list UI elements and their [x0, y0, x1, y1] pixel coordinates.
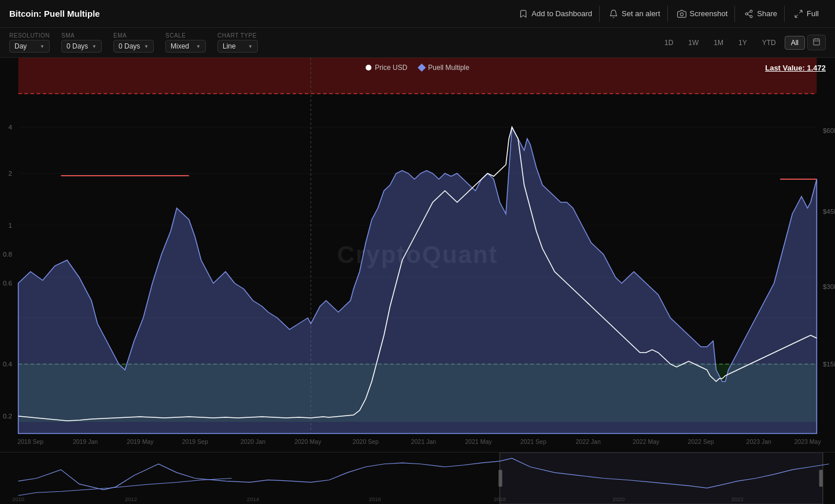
calendar-icon: [812, 38, 821, 46]
toolbar-right: 1D 1W 1M 1Y YTD All: [658, 35, 826, 50]
svg-text:2020 Jan: 2020 Jan: [241, 439, 266, 445]
screenshot-label: Screenshot: [690, 9, 728, 18]
svg-text:0.8: 0.8: [3, 251, 12, 258]
svg-text:2022 May: 2022 May: [633, 439, 660, 445]
ema-select[interactable]: 0 Days ▼: [113, 40, 154, 53]
share-button[interactable]: Share: [737, 6, 785, 22]
period-all[interactable]: All: [785, 36, 805, 50]
sma-label: SMA: [61, 32, 102, 39]
svg-text:2019 May: 2019 May: [127, 439, 154, 445]
chart-legend: Price USD Puell Multiple: [365, 64, 469, 72]
chart-container: Price USD Puell Multiple Last Value: 1.4…: [0, 58, 835, 452]
add-dashboard-label: Add to Dashboard: [531, 9, 592, 18]
mini-chart: 2010 2012 2014 2016 2018 2020 2022: [0, 452, 835, 504]
calendar-button[interactable]: [807, 35, 826, 50]
svg-text:2021 Sep: 2021 Sep: [520, 439, 546, 445]
period-1m[interactable]: 1M: [707, 36, 730, 50]
resolution-group: Resolution Day ▼: [9, 32, 50, 53]
period-ytd[interactable]: YTD: [756, 36, 782, 50]
svg-text:2010: 2010: [12, 496, 24, 502]
svg-text:2: 2: [9, 170, 12, 177]
period-1y[interactable]: 1Y: [732, 36, 753, 50]
resolution-label: Resolution: [9, 32, 50, 39]
svg-line-5: [748, 12, 751, 13]
svg-text:2019 Jan: 2019 Jan: [73, 439, 98, 445]
period-1w[interactable]: 1W: [682, 36, 705, 50]
svg-text:$15K: $15K: [823, 361, 835, 368]
svg-point-1: [750, 10, 752, 12]
share-icon: [744, 9, 753, 18]
toolbar-left: Resolution Day ▼ SMA 0 Days ▼ EMA 0 Days…: [9, 32, 258, 53]
svg-rect-55: [819, 470, 823, 487]
svg-text:2021 May: 2021 May: [465, 439, 492, 445]
bell-icon: [609, 9, 618, 18]
share-label: Share: [757, 9, 777, 18]
svg-text:2023 Jan: 2023 Jan: [747, 439, 772, 445]
svg-line-4: [748, 14, 751, 16]
svg-text:2014: 2014: [247, 496, 259, 502]
svg-rect-8: [814, 39, 820, 45]
svg-text:1: 1: [9, 222, 12, 229]
screenshot-button[interactable]: Screenshot: [670, 6, 736, 22]
ema-value: 0 Days: [119, 42, 140, 50]
svg-text:0.2: 0.2: [3, 413, 12, 420]
main-chart-svg: 4 2 1 0.8 0.6 0.4 0.2 $60K $45K $30K $15…: [0, 58, 835, 452]
resolution-select[interactable]: Day ▼: [9, 40, 50, 53]
chart-type-value: Line: [223, 42, 236, 50]
ema-group: EMA 0 Days ▼: [113, 32, 154, 53]
scale-value: Mixed: [171, 42, 189, 50]
legend-price: Price USD: [365, 64, 407, 72]
set-alert-button[interactable]: Set an alert: [602, 6, 668, 22]
add-dashboard-button[interactable]: Add to Dashboard: [512, 6, 600, 22]
full-button[interactable]: Full: [787, 6, 826, 22]
svg-text:2018: 2018: [494, 496, 506, 502]
page-title: Bitcoin: Puell Multiple: [9, 9, 100, 18]
svg-text:2016: 2016: [369, 496, 381, 502]
svg-text:$60K: $60K: [823, 127, 835, 134]
camera-icon: [677, 9, 686, 18]
legend-puell-dot: [418, 64, 426, 72]
expand-icon: [794, 9, 803, 18]
svg-text:2020: 2020: [612, 496, 625, 502]
set-alert-label: Set an alert: [622, 9, 660, 18]
svg-text:2022: 2022: [731, 496, 744, 502]
svg-text:2021 Jan: 2021 Jan: [411, 439, 437, 445]
svg-text:2022 Sep: 2022 Sep: [688, 439, 714, 445]
svg-line-7: [795, 14, 798, 17]
svg-point-3: [750, 15, 752, 17]
header: Bitcoin: Puell Multiple Add to Dashboard…: [0, 0, 835, 28]
scale-chevron: ▼: [196, 44, 201, 49]
legend-puell: Puell Multiple: [419, 64, 469, 72]
svg-point-0: [680, 13, 683, 16]
mini-chart-svg: 2010 2012 2014 2016 2018 2020 2022: [0, 453, 835, 504]
chart-type-label: Chart Type: [217, 32, 258, 39]
scale-group: Scale Mixed ▼: [165, 32, 206, 53]
legend-price-dot: [365, 65, 371, 71]
svg-text:$45K: $45K: [823, 208, 835, 215]
svg-text:2019 Sep: 2019 Sep: [182, 439, 208, 445]
sma-select[interactable]: 0 Days ▼: [61, 40, 102, 53]
period-1d[interactable]: 1D: [658, 36, 679, 50]
legend-price-label: Price USD: [375, 64, 407, 72]
scale-select[interactable]: Mixed ▼: [165, 40, 206, 53]
svg-text:2020 May: 2020 May: [294, 439, 322, 445]
svg-text:$30K: $30K: [823, 283, 835, 290]
scale-label: Scale: [165, 32, 206, 39]
sma-chevron: ▼: [92, 44, 97, 49]
chart-type-group: Chart Type Line ▼: [217, 32, 258, 53]
svg-text:2023 May: 2023 May: [794, 439, 821, 445]
svg-line-6: [799, 10, 802, 13]
svg-text:2018 Sep: 2018 Sep: [17, 439, 43, 445]
svg-rect-53: [500, 453, 823, 504]
legend-puell-label: Puell Multiple: [428, 64, 469, 72]
chart-type-select[interactable]: Line ▼: [217, 40, 258, 53]
last-value: Last Value: 1.472: [765, 64, 826, 72]
svg-text:2022 Jan: 2022 Jan: [575, 439, 601, 445]
ema-chevron: ▼: [144, 44, 149, 49]
header-actions: Add to Dashboard Set an alert Screenshot…: [512, 6, 826, 22]
chart-type-chevron: ▼: [248, 44, 253, 49]
svg-text:2012: 2012: [125, 496, 137, 502]
toolbar: Resolution Day ▼ SMA 0 Days ▼ EMA 0 Days…: [0, 28, 835, 58]
svg-point-2: [745, 13, 748, 15]
svg-text:2020 Sep: 2020 Sep: [353, 439, 379, 445]
